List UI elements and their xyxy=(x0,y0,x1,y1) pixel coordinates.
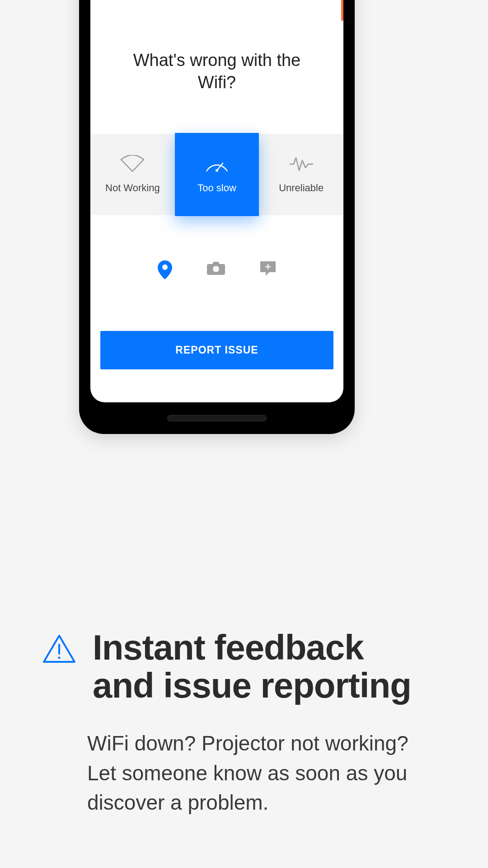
wave-icon xyxy=(288,155,314,173)
options-row: Not Working Too slow Unreliable xyxy=(90,134,343,215)
warning-triangle-icon xyxy=(42,634,76,666)
camera-icon[interactable] xyxy=(207,260,225,281)
marketing-title: Instant feedback and issue reporting xyxy=(93,628,426,704)
report-issue-button[interactable]: REPORT ISSUE xyxy=(100,331,333,369)
phone-speaker xyxy=(167,415,267,421)
svg-line-1 xyxy=(217,163,223,170)
svg-point-3 xyxy=(213,266,219,272)
phone-screen: WIFI What's wrong with the Wifi? Not Wor… xyxy=(90,0,343,402)
question-heading: What's wrong with the Wifi? xyxy=(90,0,343,94)
add-comment-icon[interactable] xyxy=(259,260,277,281)
svg-point-2 xyxy=(162,264,168,270)
speedometer-icon xyxy=(204,155,230,173)
option-label: Too slow xyxy=(197,182,236,194)
marketing-section: Instant feedback and issue reporting WiF… xyxy=(42,628,426,817)
phone-frame: WIFI What's wrong with the Wifi? Not Wor… xyxy=(79,0,355,434)
option-label: Not Working xyxy=(105,182,160,194)
option-too-slow[interactable]: Too slow xyxy=(175,133,259,216)
svg-point-5 xyxy=(58,657,61,659)
wifi-outline-icon xyxy=(119,155,145,173)
marketing-body: WiFi down? Projector not working? Let so… xyxy=(87,729,426,817)
action-icons-row xyxy=(90,260,343,281)
option-unreliable[interactable]: Unreliable xyxy=(259,134,343,215)
option-not-working[interactable]: Not Working xyxy=(90,134,175,215)
option-label: Unreliable xyxy=(279,182,324,194)
location-pin-icon[interactable] xyxy=(157,260,173,281)
scroll-indicator[interactable] xyxy=(341,0,343,21)
